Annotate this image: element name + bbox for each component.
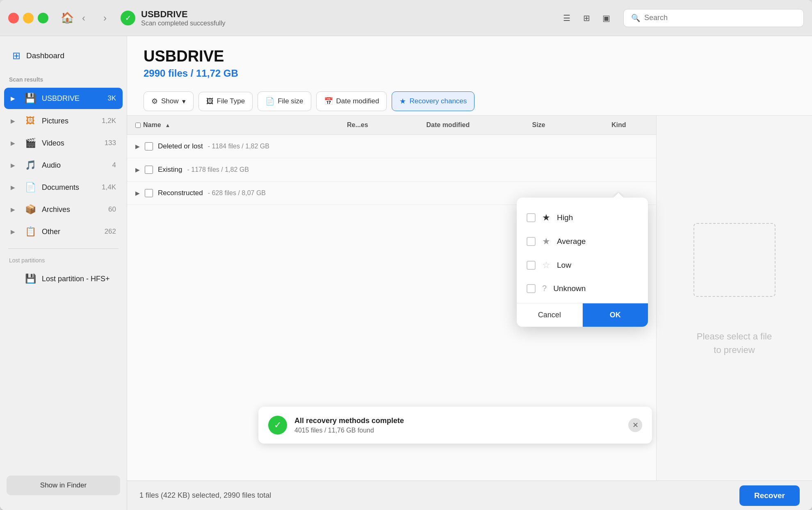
lost-partitions-label: Lost partitions [0, 255, 127, 266]
table-header-row: Name ▲ Re...es Date modified [127, 116, 656, 135]
file-size-filter-button[interactable]: 📄 File size [258, 91, 311, 111]
sidebar-item-other[interactable]: ▶ 📋 Other 262 [4, 221, 123, 242]
option-checkbox-high[interactable] [527, 213, 536, 222]
expand-icon: ▶ [11, 206, 19, 213]
sidebar-item-archives[interactable]: ▶ 📦 Archives 60 [4, 199, 123, 220]
sidebar-item-documents[interactable]: ▶ 📄 Documents 1,4K [4, 177, 123, 198]
home-icon: 🏠 [61, 11, 74, 24]
pictures-icon: 🖼 [24, 116, 37, 126]
chevron-down-icon: ▾ [182, 97, 186, 106]
col-recovery: Re...es [339, 116, 418, 135]
sidebar-item-lost-partition[interactable]: 💾 Lost partition - HFS+ [4, 269, 123, 289]
dropdown-arrow [614, 193, 623, 198]
recovery-option-average[interactable]: ★ Average [517, 230, 648, 253]
star-empty-icon: ☆ [542, 260, 550, 271]
scan-status-text: USBDRIVE Scan completed successfully [141, 9, 225, 27]
view-controls: ☰ ⊞ ▣ [558, 9, 615, 27]
sidebar-item-label-pictures: Pictures [42, 117, 97, 125]
calendar-icon: 📅 [324, 97, 333, 106]
sidebar-item-audio[interactable]: ▶ 🎵 Audio 4 [4, 155, 123, 175]
preview-view-button[interactable]: ▣ [597, 9, 615, 27]
expand-icon: ▶ [11, 162, 19, 168]
dropdown-cancel-button[interactable]: Cancel [517, 303, 583, 327]
row-checkbox[interactable] [145, 189, 153, 197]
show-in-finder-button[interactable]: Show in Finder [7, 476, 120, 495]
recovery-chances-filter-button[interactable]: ★ Recovery chances [392, 91, 474, 111]
nav-controls: ‹ › [76, 11, 112, 25]
expand-icon: ▶ [11, 95, 19, 102]
option-label-unknown: Unknown [553, 284, 586, 293]
search-input[interactable] [644, 14, 796, 22]
grid-view-button[interactable]: ⊞ [577, 9, 595, 27]
row-checkbox[interactable] [145, 142, 153, 150]
recovery-dropdown: ★ High ★ Average ☆ Low [517, 198, 648, 327]
traffic-lights [8, 13, 48, 23]
question-icon: ? [542, 284, 547, 293]
content-header: USBDRIVE 2990 files / 11,72 GB [127, 36, 812, 87]
forward-button[interactable]: › [98, 11, 112, 25]
expand-icon: ▶ [11, 140, 19, 146]
sidebar-item-count-pictures: 1,2K [102, 117, 116, 125]
row-recovery-reconstructed [339, 182, 418, 205]
file-size-label: File size [278, 97, 303, 105]
sort-icon: ▲ [165, 122, 171, 128]
list-view-button[interactable]: ☰ [558, 9, 576, 27]
recovery-option-high[interactable]: ★ High [517, 206, 648, 230]
date-modified-label: Date modified [336, 97, 379, 105]
file-table: Name ▲ Re...es Date modified [127, 116, 656, 205]
row-checkbox[interactable] [145, 166, 153, 174]
dashboard-icon: ⊞ [12, 50, 21, 61]
preview-placeholder: Please select a file to preview [680, 313, 788, 373]
sidebar-item-usbdrive[interactable]: ▶ 💾 USBDRIVE 3K [4, 88, 123, 109]
recovery-chances-label: Recovery chances [409, 97, 467, 105]
scan-subtitle: Scan completed successfully [141, 20, 225, 27]
show-filter-button[interactable]: ⚙ Show ▾ [144, 91, 194, 111]
file-size-icon: 📄 [265, 97, 274, 106]
dashboard-button[interactable]: ⊞ Dashboard [4, 44, 123, 67]
option-checkbox-low[interactable] [527, 261, 536, 270]
dropdown-ok-button[interactable]: OK [583, 303, 648, 327]
recovery-option-unknown[interactable]: ? Unknown [517, 277, 648, 300]
videos-icon: 🎬 [24, 138, 37, 148]
search-bar[interactable]: 🔍 [623, 9, 804, 27]
dashboard-label: Dashboard [26, 51, 64, 60]
expand-icon: ▶ [11, 228, 19, 235]
documents-icon: 📄 [24, 182, 37, 193]
content-subtitle: 2990 files / 11,72 GB [144, 68, 796, 79]
recover-button[interactable]: Recover [739, 485, 800, 506]
scan-results-label: Scan results [0, 74, 127, 85]
sidebar-item-label-archives: Archives [42, 205, 103, 214]
home-button[interactable]: 🏠 [58, 9, 76, 27]
maximize-button[interactable] [38, 13, 48, 23]
expand-icon: ▶ [11, 118, 19, 124]
select-all-checkbox[interactable] [135, 123, 141, 128]
notification-close-button[interactable]: ✕ [628, 418, 642, 432]
col-date-modified: Date modified [418, 116, 524, 135]
sidebar-item-pictures[interactable]: ▶ 🖼 Pictures 1,2K [4, 111, 123, 131]
content-title: USBDRIVE [144, 48, 796, 65]
sidebar-item-label-audio: Audio [42, 161, 107, 170]
option-checkbox-unknown[interactable] [527, 284, 536, 293]
table-row[interactable]: ▶ Deleted or lost - 1184 files / 1,82 GB [127, 135, 656, 158]
row-recovery-existing [339, 158, 418, 182]
sidebar-item-count-other: 262 [105, 228, 116, 236]
file-type-filter-button[interactable]: 🖼 File Type [198, 92, 253, 111]
recovery-option-low[interactable]: ☆ Low [517, 253, 648, 277]
row-name-reconstructed: ▶ Reconstructed - 628 files / 8,07 GB [127, 182, 339, 205]
content-area: USBDRIVE 2990 files / 11,72 GB ⚙ Show ▾ … [127, 36, 812, 510]
row-size-deleted [524, 135, 604, 158]
sidebar-item-videos[interactable]: ▶ 🎬 Videos 133 [4, 133, 123, 153]
show-filter-label: Show [161, 97, 179, 105]
date-modified-filter-button[interactable]: 📅 Date modified [316, 91, 387, 111]
minimize-button[interactable] [23, 13, 34, 23]
option-label-average: Average [557, 237, 586, 246]
sidebar-item-label-documents: Documents [42, 183, 97, 192]
titlebar: 🏠 ‹ › ✓ USBDRIVE Scan completed successf… [0, 0, 812, 36]
table-row[interactable]: ▶ Existing - 1178 files / 1,82 GB [127, 158, 656, 182]
option-checkbox-average[interactable] [527, 237, 536, 246]
close-button[interactable] [8, 13, 19, 23]
audio-icon: 🎵 [24, 160, 37, 171]
back-button[interactable]: ‹ [76, 11, 91, 25]
row-name-deleted: ▶ Deleted or lost - 1184 files / 1,82 GB [127, 135, 339, 158]
notification-success-icon: ✓ [268, 416, 287, 435]
